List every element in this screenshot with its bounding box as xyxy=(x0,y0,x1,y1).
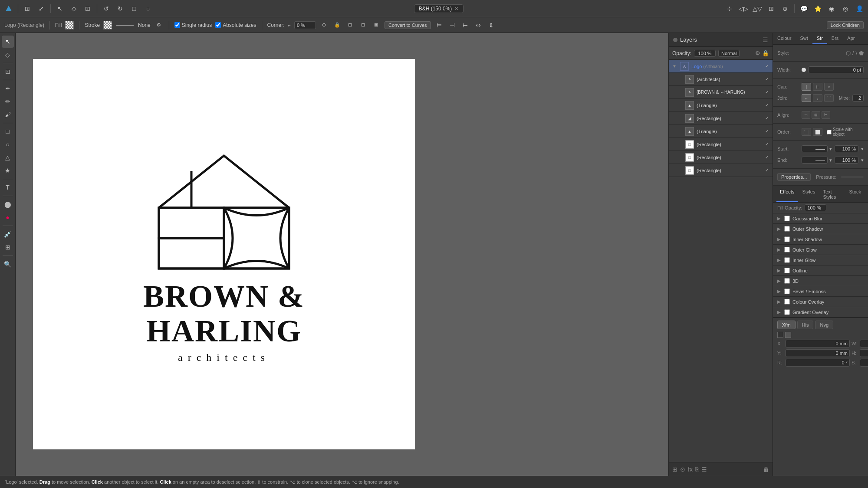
fill-opacity-value[interactable]: 100 % xyxy=(805,204,826,211)
effects-tab-stock[interactable]: Stock xyxy=(845,187,865,202)
xfm-h-input[interactable]: 210 mm xyxy=(860,349,868,357)
layer-check-7[interactable]: ✓ xyxy=(765,167,769,173)
dist-v-btn[interactable]: ⇕ xyxy=(487,20,496,30)
layer-item-rect2[interactable]: □ (Rectangle) ✓ xyxy=(669,138,773,151)
stroke-settings-btn[interactable]: ⚙ xyxy=(154,20,164,30)
layer-item-architects[interactable]: A (architects) ✓ xyxy=(669,73,773,86)
tool-bookmark[interactable]: ⭐ xyxy=(812,3,824,15)
effect-gradient-overlay[interactable]: ▶ Gradient Overlay xyxy=(773,307,868,318)
end-value[interactable]: 100 % xyxy=(835,157,858,164)
absolute-sizes-row[interactable]: Absolute sizes xyxy=(215,22,256,28)
xfm-r-input[interactable]: 0 ° xyxy=(786,359,850,367)
tool-person[interactable]: 👤 xyxy=(853,3,865,15)
effect-expand-6[interactable]: ▶ xyxy=(777,278,782,283)
zoom-bar[interactable]: B&H (150.0%) ✕ xyxy=(414,4,464,13)
layers-copy-btn[interactable]: ⎘ xyxy=(695,466,699,473)
effect-cb-4[interactable] xyxy=(784,257,790,263)
xfm-w-input[interactable]: 297 mm xyxy=(860,340,868,347)
effect-expand-2[interactable]: ▶ xyxy=(777,237,782,242)
tool-zoom[interactable]: 🔍 xyxy=(2,258,14,270)
effect-expand-5[interactable]: ▶ xyxy=(777,268,782,273)
lock-children-btn[interactable]: Lock Children xyxy=(827,21,864,29)
effects-tab-effects[interactable]: Effects xyxy=(776,187,798,202)
tool-arrange[interactable]: ⊞ xyxy=(765,3,777,15)
style-icon-2[interactable]: / xyxy=(852,50,854,56)
tool-guides[interactable]: ⊹ xyxy=(723,3,736,15)
canvas-area[interactable]: BROWN & HARLING architects xyxy=(16,33,668,476)
tab-colour[interactable]: Colour xyxy=(773,33,796,44)
join-btn-2[interactable]: ⌞ xyxy=(813,94,822,102)
align-right-btn[interactable]: ⊢ xyxy=(460,20,470,30)
effect-outer-shadow[interactable]: ▶ Outer Shadow xyxy=(773,224,868,234)
layers-fx-btn[interactable]: fx xyxy=(688,466,693,473)
effect-expand-1[interactable]: ▶ xyxy=(777,226,782,231)
start-dropdown[interactable]: ▾ xyxy=(861,146,864,152)
layers-settings-icon[interactable]: ⚙ xyxy=(755,50,760,56)
layers-delete-btn[interactable]: 🗑 xyxy=(763,466,769,473)
layers-blend-mode[interactable]: Normal xyxy=(718,50,740,57)
style-icon-1[interactable]: ⬡ xyxy=(846,50,851,56)
tool-select[interactable]: ↖ xyxy=(2,36,14,48)
tool-move[interactable]: ↖ xyxy=(54,3,66,15)
layer-item-rect4[interactable]: □ (Rectangle) ✓ xyxy=(669,164,773,177)
layers-close-btn[interactable] xyxy=(673,38,677,42)
tool-grid[interactable]: ⊞ xyxy=(21,3,33,15)
effect-cb-2[interactable] xyxy=(784,236,790,242)
affinity-logo[interactable] xyxy=(3,3,15,15)
effect-3d[interactable]: ▶ 3D xyxy=(773,276,868,286)
effect-cb-0[interactable] xyxy=(784,216,790,221)
align-left-btn[interactable]: ⊨ xyxy=(434,20,444,30)
start-value[interactable]: 100 % xyxy=(835,145,858,152)
xfm-color-1[interactable] xyxy=(777,332,783,338)
layer-check-2[interactable]: ✓ xyxy=(765,102,769,108)
effect-expand-0[interactable]: ▶ xyxy=(777,216,782,221)
order-btn-2[interactable]: ⬜ xyxy=(813,128,822,136)
layer-check-6[interactable]: ✓ xyxy=(765,154,769,160)
cap-btn-2[interactable]: ⊢ xyxy=(813,83,822,91)
tool-shape-triangle[interactable]: △ xyxy=(2,151,14,164)
tab-str[interactable]: Str xyxy=(812,33,827,44)
width-value[interactable]: 0 pt xyxy=(809,66,864,73)
absolute-sizes-checkbox[interactable] xyxy=(215,22,221,28)
tool-node[interactable]: ◇ xyxy=(68,3,80,15)
effect-cb-1[interactable] xyxy=(784,226,790,232)
end-dropdown[interactable]: ▾ xyxy=(861,157,864,163)
tool-pen[interactable]: ✒ xyxy=(2,82,14,95)
tool-eyedrop[interactable]: 💉 xyxy=(2,228,14,240)
xfm-tab-his[interactable]: His xyxy=(797,321,814,329)
align-btn-1[interactable]: ⊣ xyxy=(802,111,810,119)
fill-color-box[interactable] xyxy=(65,21,74,29)
dist-h-btn[interactable]: ⇔ xyxy=(473,20,483,30)
effect-gaussian-blur[interactable]: ▶ Gaussian Blur xyxy=(773,213,868,224)
single-radius-row[interactable]: Single radius xyxy=(174,22,212,28)
tool-undo[interactable]: ↺ xyxy=(100,3,112,15)
layer-check-0[interactable]: ✓ xyxy=(765,76,769,82)
end-arrow-dropdown[interactable]: ▾ xyxy=(829,157,832,163)
tool-color[interactable]: ● xyxy=(2,211,14,223)
cap-btn-1[interactable]: | xyxy=(802,83,811,91)
effect-inner-shadow[interactable]: ▶ Inner Shadow xyxy=(773,234,868,245)
tool-crop[interactable]: ⊡ xyxy=(82,3,94,15)
layer-check-1[interactable]: ✓ xyxy=(765,89,769,95)
zoom-close-btn[interactable]: ✕ xyxy=(454,6,459,12)
align-center-btn[interactable]: ⊣ xyxy=(447,20,457,30)
layer-item-rect3[interactable]: □ (Rectangle) ✓ xyxy=(669,151,773,164)
single-radius-checkbox[interactable] xyxy=(174,22,180,28)
tab-swt[interactable]: Swt xyxy=(796,33,812,44)
tool-grid2[interactable]: ⊞ xyxy=(2,241,14,253)
effect-cb-6[interactable] xyxy=(784,278,790,284)
align-btn-2[interactable]: ⊠ xyxy=(812,111,820,119)
effect-expand-8[interactable]: ▶ xyxy=(777,299,782,304)
effect-cb-3[interactable] xyxy=(784,247,790,252)
effects-tab-styles[interactable]: Styles xyxy=(799,187,819,202)
layer-item-triangle2[interactable]: ▲ (Triangle) ✓ xyxy=(669,125,773,138)
cap-btn-3[interactable]: ○ xyxy=(824,83,834,91)
xfm-x-input[interactable]: 0 mm xyxy=(786,340,850,347)
xfm-color-2[interactable] xyxy=(785,332,791,338)
tool-node-edit[interactable]: ◇ xyxy=(2,49,14,61)
layers-lock-icon[interactable]: 🔒 xyxy=(762,50,769,56)
layer-item-artboard[interactable]: ▼ A Logo (Artboard) ✓ xyxy=(669,60,773,73)
tool-shape-star[interactable]: ★ xyxy=(2,164,14,177)
effect-expand-3[interactable]: ▶ xyxy=(777,247,782,252)
tool-shape-rect[interactable]: □ xyxy=(2,125,14,138)
